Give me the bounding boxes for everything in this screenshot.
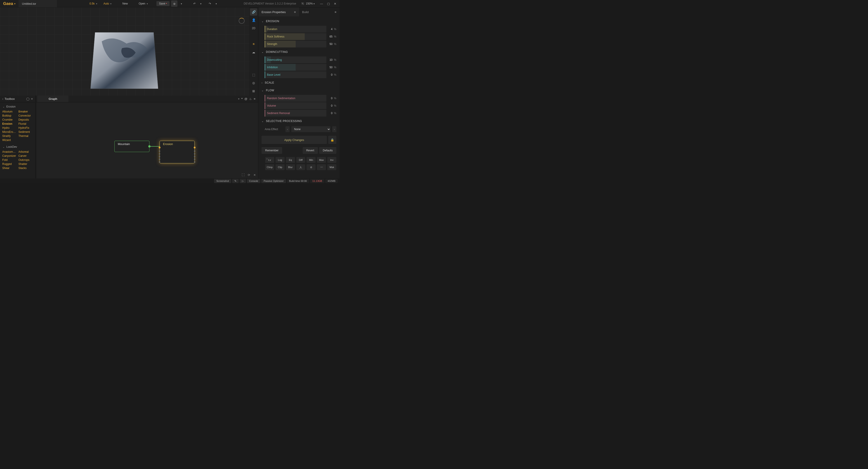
filter-person-icon[interactable]: 人 — [296, 164, 305, 170]
toolbox-item[interactable]: Wizard — [2, 138, 17, 142]
fit-icon[interactable]: ⛶ — [242, 173, 245, 177]
filter-wave-icon[interactable]: 〰 — [317, 164, 326, 170]
slider-downcutting[interactable]: Downcutting10 % — [265, 57, 327, 63]
toolbox-item[interactable]: Convector — [19, 114, 33, 117]
toolbox-item[interactable]: HydroFix — [19, 126, 33, 129]
redo-menu[interactable]: ▾ — [213, 0, 219, 7]
filter-diff[interactable]: Diff — [296, 157, 305, 163]
menu-icon[interactable]: ≡ — [31, 97, 33, 101]
graph-canvas[interactable]: Mountain Erosion ⛶ ⟳ ✕ — [36, 102, 258, 178]
filter-null-icon[interactable]: ⊘ — [307, 164, 315, 170]
toolbox-item[interactable]: Shear — [2, 167, 17, 170]
shuffle-icon[interactable]: ✕ — [253, 173, 256, 177]
tab-properties[interactable]: Erosion Properties≡ — [258, 7, 299, 16]
lock-icon[interactable]: 🔒 — [328, 136, 336, 144]
save-button[interactable]: Save• — [156, 1, 170, 6]
filter-max[interactable]: Max — [317, 157, 326, 163]
remember-button[interactable]: Remember — [261, 147, 282, 154]
toolbox-item[interactable]: Outcrops — [19, 158, 33, 162]
flame-icon[interactable]: ♨ — [249, 97, 252, 101]
toolbox-item[interactable]: Hydro — [2, 126, 17, 129]
filter-clip[interactable]: Clip — [276, 164, 285, 170]
app-menu[interactable]: Gaea ▾ — [0, 1, 19, 6]
revert-button[interactable]: Revert — [303, 147, 318, 154]
node-erosion[interactable]: Erosion — [160, 141, 195, 163]
viewport-3d[interactable] — [0, 7, 249, 96]
cloud-icon[interactable]: ☁ — [250, 48, 257, 56]
filter-eq[interactable]: Eq — [286, 157, 295, 163]
output-port[interactable] — [148, 145, 151, 147]
new-button[interactable]: New — [119, 0, 131, 7]
sun-icon[interactable]: ☀ — [250, 40, 257, 48]
expand-icon[interactable]: › — [267, 157, 268, 160]
filter-clmp[interactable]: Clmp — [265, 164, 274, 170]
add-menu[interactable]: ▾ — [178, 0, 184, 7]
toolbox-item[interactable]: Fold — [2, 158, 17, 162]
slider-random-sedimentation[interactable]: Random Sedimentation0 % — [265, 95, 327, 102]
chevron-down-icon[interactable]: ▾ — [241, 97, 243, 101]
area-effect-select[interactable]: None — [291, 126, 331, 132]
slider-rock-softness[interactable]: Rock Softness65 % — [265, 33, 327, 40]
filter-log[interactable]: Log — [276, 157, 285, 163]
section-lookdev[interactable]: ⌄LookDev — [2, 144, 33, 150]
collapse-icon[interactable]: ‹ — [2, 97, 3, 101]
toolbox-item[interactable]: Anastom… — [2, 150, 17, 154]
toolbox-item[interactable]: Deposits — [19, 118, 33, 121]
open-button[interactable]: Open▾ — [135, 0, 151, 7]
maximize-button[interactable]: ▢ — [327, 2, 330, 5]
slider-inhibition[interactable]: Inhibition50 % — [265, 64, 327, 71]
section-downcutting[interactable]: ⌄DOWNCUTTING — [260, 48, 337, 56]
slider-base-level[interactable]: Base Level0 % — [265, 71, 327, 78]
toolbox-item[interactable]: Arboreal — [19, 150, 33, 154]
filter-blur[interactable]: Blur — [286, 164, 295, 170]
slider-sediment-removal[interactable]: Sediment Removal0 % — [265, 110, 327, 116]
zoom-level[interactable]: 150% ▾ — [306, 2, 315, 5]
filename[interactable]: Untitled.tor — [19, 0, 57, 7]
play-icon[interactable]: ▷ — [240, 179, 246, 183]
toolbox-item[interactable]: Canyonizer — [2, 154, 17, 158]
toolbox-item[interactable]: Stratify — [2, 134, 17, 138]
toolbox-item[interactable]: Sediment — [19, 130, 33, 134]
crop-icon[interactable]: ⬚ — [250, 71, 257, 78]
toolbox-item[interactable]: Buildup — [2, 114, 17, 117]
prev-button[interactable]: ‹ — [285, 126, 289, 132]
close-button[interactable]: ✕ — [334, 2, 336, 5]
section-selective[interactable]: ⌄SELECTIVE PROCESSING — [260, 117, 337, 125]
toolbox-item[interactable]: Alluvium — [2, 110, 17, 113]
add-node-icon[interactable]: + — [238, 97, 240, 101]
defaults-button[interactable]: Defaults — [319, 147, 336, 154]
menu-icon[interactable]: ≡ — [294, 10, 296, 14]
toolbox-item[interactable]: Rugged — [2, 162, 17, 166]
help-icon[interactable]: ?⃝ — [300, 0, 306, 7]
slider-duration[interactable]: Duration4 % — [265, 26, 327, 33]
graph-tab[interactable]: Graph — [37, 96, 68, 102]
toolbox-item[interactable]: Crumble — [2, 118, 17, 121]
edit-icon[interactable]: ✎ — [232, 179, 239, 183]
optimizer-button[interactable]: Passive Optimizer — [261, 179, 286, 183]
slider-strength[interactable]: Strength50 % — [265, 41, 327, 47]
input-port[interactable] — [159, 146, 160, 148]
toolbox-item[interactable]: Breaker — [19, 110, 33, 113]
undo-button[interactable]: ↶ — [191, 0, 197, 7]
redo-button[interactable]: ↷ — [207, 0, 213, 7]
menu-icon[interactable]: ≡ — [254, 97, 255, 101]
section-scale[interactable]: ›SCALE — [260, 79, 337, 87]
filter-msk[interactable]: Msk — [327, 164, 336, 170]
slider-volume[interactable]: Volume0 % — [265, 102, 327, 109]
auto-button[interactable]: Auto▾ — [100, 0, 115, 7]
toolbox-item[interactable]: Carver — [19, 154, 33, 158]
toolbox-item[interactable]: Erosion — [2, 122, 17, 125]
toolbox-item[interactable]: MicroEros… — [2, 130, 17, 134]
resolution-button[interactable]: 0.5k▾ — [86, 0, 100, 7]
section-erosion[interactable]: ⌄Erosion — [2, 104, 33, 109]
menu-icon[interactable]: ≡ — [335, 10, 336, 14]
section-erosion[interactable]: ⌄EROSION — [260, 18, 337, 25]
refresh-icon[interactable]: ⟳ — [248, 173, 250, 177]
tab-build[interactable]: Build≡ — [299, 7, 340, 16]
compass-icon[interactable]: ◎ — [250, 79, 257, 87]
at-icon[interactable]: @ — [244, 97, 247, 101]
grid-icon[interactable]: ⊞ — [250, 88, 257, 95]
mode-2d-button[interactable]: 2D — [250, 25, 257, 32]
toolbox-item[interactable]: Fluvial — [19, 122, 33, 125]
link-icon[interactable]: 🔗 — [250, 8, 257, 15]
